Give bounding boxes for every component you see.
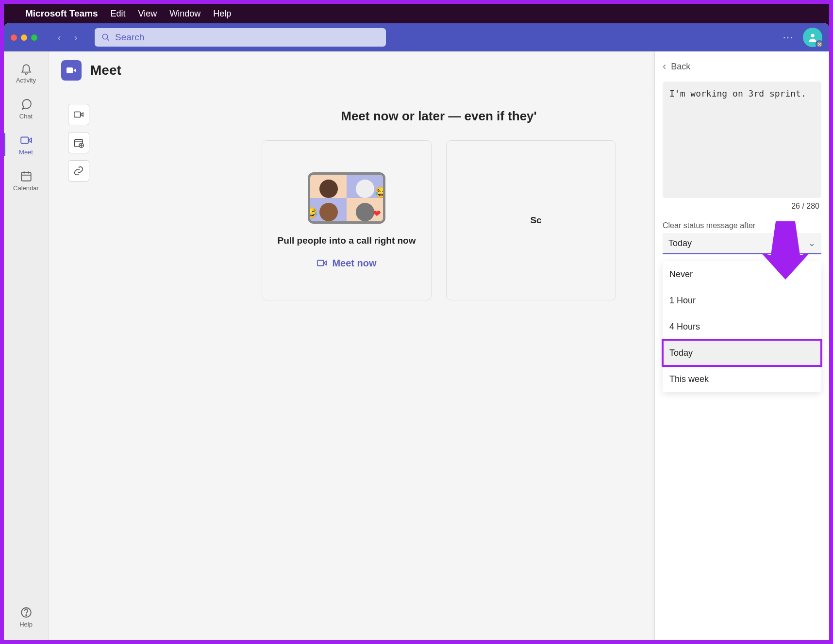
- chevron-down-icon: ⌄: [808, 238, 816, 248]
- char-counter: 26 / 280: [663, 202, 819, 211]
- svg-rect-4: [21, 172, 31, 181]
- titlebar: ‹ › ⋯ ✕: [4, 23, 829, 51]
- calendar-icon: [20, 170, 33, 182]
- rail-help[interactable]: Help: [4, 600, 48, 633]
- video-icon: [73, 109, 84, 120]
- meet-now-label: Meet now: [332, 258, 376, 269]
- app-rail: Activity Chat Meet Calendar Help: [4, 51, 49, 640]
- rail-label: Calendar: [13, 184, 39, 192]
- rail-label: Meet: [19, 149, 33, 156]
- rail-label: Help: [19, 621, 33, 628]
- dropdown-list: Never 1 Hour 4 Hours Today This week: [663, 261, 821, 392]
- menu-view[interactable]: View: [138, 9, 157, 19]
- maximize-window-button[interactable]: [31, 34, 37, 41]
- menu-help[interactable]: Help: [213, 9, 231, 19]
- app-name[interactable]: Microsoft Teams: [25, 8, 98, 19]
- video-icon: [20, 134, 33, 147]
- status-message-input[interactable]: [663, 82, 821, 198]
- nav-back-button[interactable]: ‹: [52, 30, 67, 45]
- chevron-left-icon: ‹: [663, 60, 666, 73]
- page-title: Meet: [90, 63, 121, 78]
- mac-menubar: Microsoft Teams Edit View Window Help: [4, 4, 829, 23]
- minimize-window-button[interactable]: [21, 34, 27, 41]
- calendar-plus-icon: [73, 137, 84, 148]
- svg-rect-3: [21, 137, 28, 143]
- dropdown-option-1-hour[interactable]: 1 Hour: [663, 287, 821, 314]
- menu-window[interactable]: Window: [169, 9, 200, 19]
- svg-rect-17: [317, 261, 324, 266]
- svg-rect-11: [74, 112, 81, 117]
- nav-forward-button[interactable]: ›: [68, 30, 83, 45]
- svg-point-2: [811, 34, 814, 37]
- back-label: Back: [671, 62, 690, 72]
- status-panel: ‹ Back 26 / 280 Clear status message aft…: [654, 51, 829, 640]
- window-controls: [11, 34, 37, 41]
- link-icon: [73, 165, 84, 176]
- svg-rect-10: [67, 67, 73, 73]
- meet-now-card: 😂😂❤ Pull people into a call right now Me…: [262, 140, 432, 300]
- rail-meet[interactable]: Meet: [4, 128, 48, 161]
- quick-schedule-button[interactable]: [68, 132, 89, 153]
- more-menu-button[interactable]: ⋯: [783, 31, 794, 44]
- help-icon: [20, 606, 33, 619]
- meeting-illustration: 😂😂❤: [308, 172, 385, 224]
- hero-heading: Meet now or later — even if they': [341, 109, 537, 124]
- clear-after-label: Clear status message after: [663, 221, 821, 230]
- svg-point-0: [102, 34, 108, 39]
- quick-link-button[interactable]: [68, 160, 89, 182]
- rail-label: Activity: [16, 77, 36, 84]
- dropdown-option-this-week[interactable]: This week: [663, 366, 821, 392]
- search-icon: [101, 33, 110, 42]
- rail-label: Chat: [19, 113, 33, 120]
- dropdown-option-never[interactable]: Never: [663, 261, 821, 287]
- close-window-button[interactable]: [11, 34, 17, 41]
- quick-video-button[interactable]: [68, 104, 89, 125]
- dropdown-option-today[interactable]: Today: [663, 340, 821, 366]
- menu-edit[interactable]: Edit: [111, 9, 126, 19]
- app-window: ‹ › ⋯ ✕ Activity: [4, 23, 829, 640]
- rail-chat[interactable]: Chat: [4, 92, 48, 125]
- profile-avatar[interactable]: ✕: [803, 28, 822, 47]
- video-icon: [317, 258, 327, 268]
- global-search[interactable]: [95, 28, 386, 47]
- card-caption: Pull people into a call right now: [277, 235, 416, 246]
- dropdown-value: Today: [668, 238, 692, 248]
- rail-activity[interactable]: Activity: [4, 56, 48, 89]
- meet-now-button[interactable]: Meet now: [317, 258, 376, 269]
- clear-after-dropdown[interactable]: Today ⌄: [663, 233, 821, 254]
- presence-badge-icon: ✕: [816, 40, 823, 48]
- rail-calendar[interactable]: Calendar: [4, 164, 48, 197]
- svg-line-1: [107, 38, 109, 41]
- dropdown-option-4-hours[interactable]: 4 Hours: [663, 314, 821, 340]
- meet-app-icon: [61, 60, 82, 81]
- card-caption: Sc: [530, 215, 541, 226]
- schedule-card: Sc: [446, 140, 616, 300]
- back-button[interactable]: ‹ Back: [663, 60, 821, 73]
- main-area: Meet Meet now or later — even if they': [49, 51, 829, 640]
- chat-icon: [20, 98, 33, 111]
- bell-icon: [20, 62, 33, 75]
- search-input[interactable]: [115, 32, 379, 43]
- svg-point-9: [26, 614, 27, 615]
